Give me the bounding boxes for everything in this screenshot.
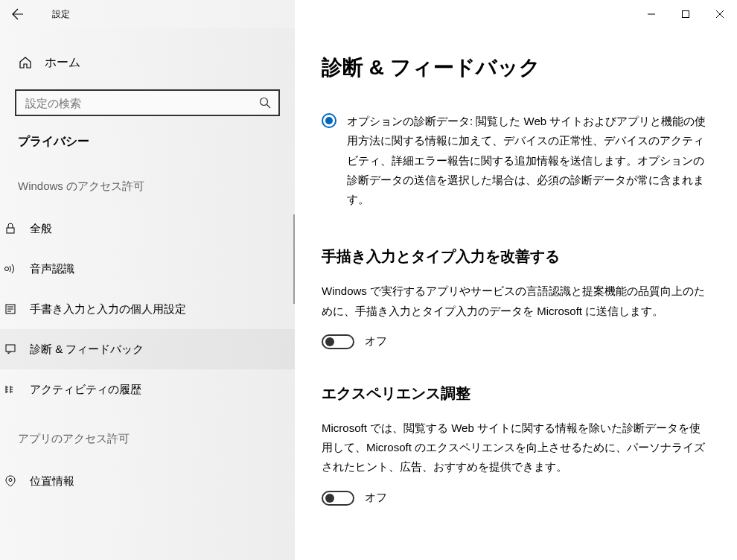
experience-toggle[interactable]	[322, 491, 354, 506]
home-icon	[18, 56, 33, 69]
svg-rect-2	[7, 228, 14, 233]
search-input[interactable]	[25, 97, 259, 109]
search-icon	[259, 97, 271, 109]
sidebar-item-label: 手書き入力と入力の個人用設定	[30, 302, 186, 316]
lock-icon	[3, 223, 18, 235]
sidebar-item-label: アクティビティの履歴	[30, 383, 141, 397]
svg-point-1	[261, 98, 268, 106]
sidebar-item-speech[interactable]: 音声認識	[0, 249, 295, 289]
inking-toggle[interactable]	[322, 334, 354, 349]
close-button[interactable]	[703, 0, 737, 28]
close-icon	[716, 10, 724, 18]
minimize-button[interactable]	[634, 0, 669, 28]
titlebar: 設定	[0, 0, 737, 28]
sidebar-item-activity[interactable]: アクティビティの履歴	[0, 369, 295, 410]
main-content: 診断 & フィードバック オプションの診断データ: 閲覧した Web サイトおよ…	[295, 28, 737, 560]
experience-desc: Microsoft では、閲覧する Web サイトに関する情報を除いた診断データ…	[322, 419, 709, 477]
speech-icon	[3, 262, 18, 276]
location-icon	[3, 475, 18, 487]
svg-rect-5	[6, 345, 15, 351]
svg-point-6	[9, 479, 12, 482]
inking-toggle-label: オフ	[365, 334, 387, 349]
maximize-icon	[682, 10, 689, 18]
inking-desc: Windows で実行するアプリやサービスの言語認識と提案機能の品質向上のために…	[322, 281, 709, 321]
sidebar-item-label: 位置情報	[30, 474, 74, 489]
radio-selected-icon	[322, 113, 336, 128]
sidebar-item-inking[interactable]: 手書き入力と入力の個人用設定	[0, 289, 295, 329]
sidebar-item-label: 診断 & フィードバック	[30, 343, 144, 357]
window-title: 設定	[52, 8, 70, 21]
experience-toggle-label: オフ	[365, 491, 387, 505]
page-title: 診断 & フィードバック	[322, 54, 710, 82]
sidebar: ホーム プライバシー Windows のアクセス許可 全般	[0, 28, 295, 560]
experience-heading: エクスペリエンス調整	[322, 384, 710, 404]
nav-home[interactable]: ホーム	[15, 46, 280, 79]
svg-rect-0	[683, 11, 689, 18]
inking-icon	[3, 303, 18, 315]
diagnostic-data-option[interactable]: オプションの診断データ: 閲覧した Web サイトおよびアプリと機能の使用方法に…	[322, 112, 710, 209]
arrow-left-icon	[12, 8, 24, 20]
search-input-container[interactable]	[15, 89, 280, 116]
sidebar-item-label: 全般	[30, 222, 52, 236]
inking-heading: 手描き入力とタイプ入力を改善する	[322, 246, 710, 267]
minimize-icon	[648, 10, 655, 18]
activity-icon	[3, 384, 18, 395]
maximize-button[interactable]	[669, 0, 703, 28]
sidebar-section-windows-perm: Windows のアクセス許可	[18, 179, 280, 194]
sidebar-item-location[interactable]: 位置情報	[0, 461, 295, 501]
svg-point-3	[5, 267, 9, 271]
back-button[interactable]	[0, 0, 36, 28]
sidebar-section-app-perm: アプリのアクセス許可	[18, 432, 280, 446]
nav-home-label: ホーム	[45, 55, 80, 71]
diagnostic-option-label: オプションの診断データ: 閲覧した Web サイトおよびアプリと機能の使用方法に…	[347, 112, 710, 209]
sidebar-item-label: 音声認識	[30, 262, 74, 276]
sidebar-category: プライバシー	[15, 134, 280, 150]
sidebar-item-diagnostics[interactable]: 診断 & フィードバック	[0, 329, 295, 369]
sidebar-item-general[interactable]: 全般	[0, 209, 295, 249]
feedback-icon	[3, 343, 18, 355]
